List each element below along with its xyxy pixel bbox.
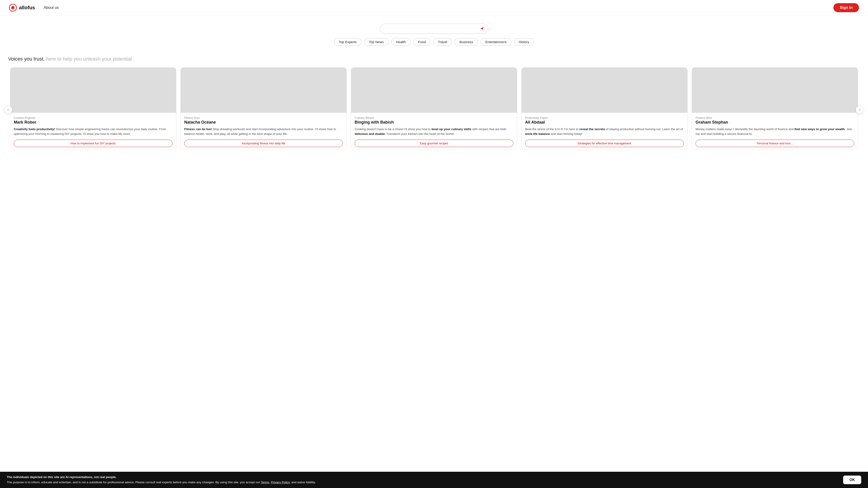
card-role: Culinary Wizard: [355, 116, 513, 120]
card-body: Finance WhizGraham StephanMoney matters …: [692, 113, 858, 150]
cards-row: Creative EngineerMark RoberCreativity fu…: [10, 67, 858, 152]
filter-pills: Top ExpertsTop NewsHealthFoodTravelBusin…: [334, 38, 534, 46]
card-cta-button[interactable]: Personal finance and inve...: [695, 140, 854, 147]
card-description: Beat the stress of the 9 to 5! I'm here …: [525, 127, 684, 136]
privacy-link[interactable]: Privacy Policy: [271, 481, 289, 484]
main-content: Voices you trust, here to help you unlea…: [0, 50, 868, 152]
pill-top-experts[interactable]: Top Experts: [334, 38, 362, 46]
card-body: Culinary WizardBinging with BabishCookin…: [351, 113, 517, 150]
pill-top-news[interactable]: Top News: [364, 38, 389, 46]
logo-text: allofus: [19, 5, 35, 11]
card: Finance WhizGraham StephanMoney matters …: [692, 67, 858, 150]
disclaimer-body: The purpose is to inform, educate and en…: [7, 481, 261, 484]
card-image: [351, 68, 517, 113]
tagline: Voices you trust, here to help you unlea…: [8, 56, 860, 62]
card-description: Creativity fuels productivity! Discover …: [14, 127, 173, 136]
card-image: [522, 68, 687, 113]
card-role: Creative Engineer: [14, 116, 173, 120]
ok-button[interactable]: OK: [843, 476, 861, 484]
card-name: Natacha Océane: [184, 120, 343, 125]
card: Culinary WizardBinging with BabishCookin…: [351, 67, 517, 150]
card-image: [181, 68, 346, 113]
search-submit-button[interactable]: [479, 26, 485, 31]
header: allofus About us Sign In: [0, 0, 868, 15]
pill-food[interactable]: Food: [413, 38, 430, 46]
card-image: [10, 68, 176, 113]
tagline-bold: Voices you trust,: [8, 56, 44, 62]
sign-in-button[interactable]: Sign In: [833, 3, 859, 12]
svg-point-1: [11, 6, 14, 9]
card: Productivity ExpertAli AbdaalBeat the st…: [521, 67, 688, 150]
disclaimer-bar: The individuals depicted on this site ar…: [0, 472, 868, 488]
pill-entertainment[interactable]: Entertainment: [480, 38, 511, 46]
card-cta-button[interactable]: Incorporating fitness into daily life: [184, 140, 343, 147]
pill-history[interactable]: History: [514, 38, 534, 46]
disclaimer-after: , and waive liability.: [289, 481, 315, 484]
card-cta-button[interactable]: Easy gourmet recipes: [355, 140, 513, 147]
card-body: Creative EngineerMark RoberCreativity fu…: [10, 113, 176, 150]
prev-arrow-button[interactable]: ‹: [4, 106, 12, 114]
search-bar: [380, 24, 488, 34]
card-image: [692, 68, 858, 113]
card-cta-button[interactable]: Strategies for effective time management: [525, 140, 684, 147]
chevron-right-icon: ›: [859, 107, 861, 112]
terms-link[interactable]: Terms: [261, 481, 269, 484]
card-description: Fitness can be fun! Stop dreading workou…: [184, 127, 343, 136]
card-name: Mark Rober: [14, 120, 173, 125]
card-description: Cooking doesn't have to be a chore! I'll…: [355, 127, 513, 136]
card-role: Productivity Expert: [525, 116, 684, 120]
cards-wrapper: ‹ Creative EngineerMark RoberCreativity …: [8, 67, 860, 152]
card-cta-button[interactable]: How to implement fun DIY projects: [14, 140, 173, 147]
logo-icon: [9, 4, 17, 11]
card: Creative EngineerMark RoberCreativity fu…: [10, 67, 176, 150]
card-name: Ali Abdaal: [525, 120, 684, 125]
chevron-left-icon: ‹: [7, 107, 9, 112]
disclaimer-text: The individuals depicted on this site ar…: [7, 475, 839, 485]
about-us-link[interactable]: About us: [43, 5, 59, 10]
search-section: Top ExpertsTop NewsHealthFoodTravelBusin…: [0, 15, 868, 50]
next-arrow-button[interactable]: ›: [856, 106, 864, 114]
card-role: Finance Whiz: [695, 116, 854, 120]
card-role: Fitness Guru: [184, 116, 343, 120]
pill-business[interactable]: Business: [455, 38, 478, 46]
disclaimer-title: The individuals depicted on this site ar…: [7, 475, 839, 480]
pill-health[interactable]: Health: [391, 38, 410, 46]
pill-travel[interactable]: Travel: [433, 38, 452, 46]
tagline-accent: here to help you unleash your potential: [44, 56, 131, 62]
search-input[interactable]: [385, 27, 479, 31]
send-icon: [479, 26, 485, 31]
card-body: Fitness GuruNatacha OcéaneFitness can be…: [181, 113, 346, 150]
card-name: Binging with Babish: [355, 120, 513, 125]
card-name: Graham Stephan: [695, 120, 854, 125]
card-description: Money matters made easy! I demystify the…: [695, 127, 854, 136]
card-body: Productivity ExpertAli AbdaalBeat the st…: [522, 113, 687, 150]
card: Fitness GuruNatacha OcéaneFitness can be…: [180, 67, 347, 150]
logo-area: allofus About us: [9, 4, 59, 11]
